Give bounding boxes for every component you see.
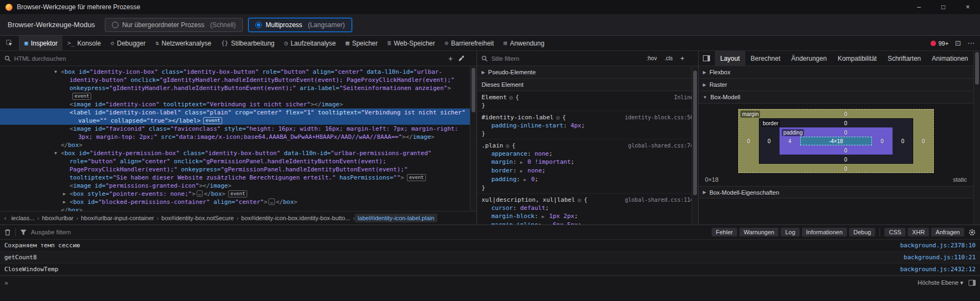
- css-declaration[interactable]: appearance: none;: [481, 150, 693, 158]
- close-button[interactable]: ×: [956, 0, 980, 14]
- rule-selector[interactable]: #identity-icon-label: [481, 113, 553, 121]
- padding-top-value[interactable]: 0: [844, 130, 847, 136]
- expand-arrow-icon[interactable]: ▼: [54, 149, 57, 157]
- class-toggle[interactable]: .cls: [663, 54, 674, 62]
- scrollbar-thumb[interactable]: [693, 71, 697, 195]
- event-badge[interactable]: event: [203, 117, 222, 124]
- css-declaration[interactable]: cursor: default;: [481, 204, 693, 212]
- filter-button-fehler[interactable]: Fehler: [712, 228, 737, 236]
- stylesheet-link[interactable]: identity-block.css:56: [625, 113, 693, 121]
- selector-highlighter-icon[interactable]: ◎: [578, 196, 581, 204]
- expand-shorthand-icon[interactable]: ▶: [542, 214, 547, 219]
- breadcrumb-scroll-left-icon[interactable]: ‹: [2, 215, 9, 221]
- breadcrumb-item[interactable]: box#identity-icon-box.identity-box-butto…: [238, 214, 353, 222]
- scrollbar-thumb[interactable]: [975, 52, 979, 85]
- css-declaration[interactable]: padding: ▶ 0;: [481, 175, 693, 184]
- pseudo-elements-section[interactable]: ▶ Pseudo-Elemente: [477, 66, 698, 79]
- tab-layout[interactable]: Layout: [715, 51, 745, 66]
- tab-kompatibilitaet[interactable]: Kompatibilität: [832, 51, 882, 66]
- stylesheet-link[interactable]: global-shared.css:114: [625, 196, 693, 204]
- css-declaration[interactable]: padding-inline-start: 4px;: [481, 121, 693, 130]
- css-declaration[interactable]: margin: ▶ 0 !important;: [481, 158, 693, 166]
- tab-stilbearbeitung[interactable]: {}Stilbearbeitung: [216, 36, 279, 50]
- margin-bottom-value[interactable]: 0: [844, 166, 847, 172]
- evaluation-context-selector[interactable]: Höchste Ebene ▾: [918, 279, 963, 286]
- meatball-menu-icon[interactable]: ⋯: [968, 39, 975, 47]
- inline-ellipsis[interactable]: …: [197, 190, 203, 197]
- filter-button-css[interactable]: CSS: [884, 228, 906, 236]
- event-badge[interactable]: event: [228, 190, 247, 197]
- filter-button-warnungen[interactable]: Warnungen: [739, 228, 778, 236]
- border-left-value[interactable]: 0: [768, 138, 771, 144]
- console-message[interactable]: getCount8background.js:110:21: [0, 252, 980, 264]
- tab-schriftarten[interactable]: Schriftarten: [882, 51, 926, 66]
- border-right-value[interactable]: 0: [901, 138, 904, 144]
- border-top-value[interactable]: 0: [844, 120, 847, 126]
- expand-arrow-icon[interactable]: ▶: [63, 198, 66, 206]
- console-message[interactable]: Сохраняем темп сессиюbackground.js:2378:…: [0, 240, 980, 252]
- tab-debugger[interactable]: ◇Debugger: [106, 36, 150, 50]
- box-model-section[interactable]: ▼ Box-Modell: [699, 91, 973, 104]
- layout-scrollbar[interactable]: [973, 51, 980, 225]
- event-badge[interactable]: event: [72, 93, 91, 100]
- console-message[interactable]: CloseWindowTempbackground.js:2432:12: [0, 264, 980, 276]
- selector-highlighter-icon[interactable]: ◎: [510, 93, 513, 101]
- pick-element-button[interactable]: [0, 36, 20, 50]
- rule-selector[interactable]: .plain: [481, 142, 503, 150]
- markup-node[interactable]: ▼<box id="identity-icon-box" class="iden…: [0, 68, 476, 100]
- css-declaration[interactable]: border: ▶ none;: [481, 166, 693, 175]
- tab-animationen[interactable]: Animationen: [926, 51, 973, 66]
- tab-barrierefreiheit[interactable]: ⊙Barrierefreiheit: [440, 36, 499, 50]
- markup-scrollbar[interactable]: [470, 66, 476, 211]
- markup-node[interactable]: <image id="permissions-granted-icon"></i…: [0, 182, 476, 190]
- extra-tools-icon[interactable]: ⊡: [955, 39, 961, 47]
- inline-ellipsis[interactable]: …: [268, 198, 274, 205]
- padding-right-value[interactable]: 0: [881, 138, 884, 144]
- markup-node[interactable]: </box>: [0, 206, 476, 211]
- source-link[interactable]: background.js:2432:12: [900, 266, 976, 273]
- markup-node[interactable]: <label id="identity-icon-label" class="p…: [0, 108, 476, 125]
- mode-option-1[interactable]: Nur übergeordneter Prozess (Schnell): [105, 18, 243, 32]
- markup-node[interactable]: <image id="faviconid" class="faviconclas…: [0, 125, 476, 141]
- filter-button-log[interactable]: Log: [781, 228, 799, 236]
- breadcrumb-item[interactable]: ieclass...: [9, 214, 37, 222]
- tab-aenderungen[interactable]: Änderungen: [786, 51, 832, 66]
- source-link[interactable]: background.js:110:21: [904, 254, 976, 261]
- box-model-content-region[interactable]: -4×18: [800, 137, 872, 145]
- padding-bottom-value[interactable]: 0: [844, 148, 847, 153]
- rule-selector[interactable]: xul|description, xul|label: [481, 196, 575, 204]
- flexbox-section[interactable]: ▶ Flexbox: [699, 66, 973, 79]
- filter-button-informationen[interactable]: Informationen: [802, 228, 847, 236]
- filter-button-debug[interactable]: Debug: [849, 228, 875, 236]
- tab-anwendung[interactable]: ⊞Anwendung: [499, 36, 549, 50]
- filter-button-anfragen[interactable]: Anfragen: [931, 228, 964, 236]
- border-bottom-value[interactable]: 0: [844, 157, 847, 163]
- add-node-icon[interactable]: +: [448, 54, 453, 63]
- selector-highlighter-icon[interactable]: ◎: [556, 113, 560, 121]
- tab-inspektor[interactable]: ▣Inspektor: [20, 36, 62, 50]
- minimize-button[interactable]: –: [907, 0, 931, 14]
- style-filter-input[interactable]: [491, 55, 642, 62]
- filter-button-xhr[interactable]: XHR: [908, 228, 929, 236]
- console-input-row[interactable]: » Höchste Ebene ▾: [0, 276, 980, 290]
- box-model-properties-section[interactable]: ▶ Box-Modell-Eigenschaften: [699, 186, 973, 198]
- breadcrumb-item[interactable]: hbox#urlbar-input-container: [78, 214, 157, 222]
- css-declaration[interactable]: margin-inline: ▶ 6px 5px;: [481, 221, 693, 225]
- tab-berechnet[interactable]: Berechnet: [745, 51, 786, 66]
- padding-left-value[interactable]: 4: [788, 138, 791, 144]
- tab-speicher[interactable]: ▦Speicher: [341, 36, 382, 50]
- stylesheet-link[interactable]: Inline: [674, 93, 694, 101]
- expand-arrow-icon[interactable]: ▶: [63, 190, 66, 198]
- sidebar-toggle-icon[interactable]: [699, 55, 715, 61]
- expand-shorthand-icon[interactable]: ▶: [524, 177, 529, 182]
- source-link[interactable]: background.js:2378:10: [900, 242, 976, 249]
- markup-node[interactable]: ▶<box style="pointer-events: none;">…</b…: [0, 190, 476, 198]
- mode-option-2[interactable]: Multiprozess (Langsamer): [248, 18, 352, 32]
- error-count-badge[interactable]: 99+: [931, 40, 948, 47]
- event-badge[interactable]: event: [407, 174, 426, 181]
- markup-node[interactable]: <image id="identity-icon" tooltiptext="V…: [0, 100, 476, 108]
- console-sidebar-toggle-icon[interactable]: [969, 280, 976, 286]
- tab-konsole[interactable]: >_Konsole: [62, 36, 106, 50]
- markup-node[interactable]: ▼<box id="identity-permission-box" class…: [0, 149, 476, 182]
- console-filter-input[interactable]: [31, 229, 707, 235]
